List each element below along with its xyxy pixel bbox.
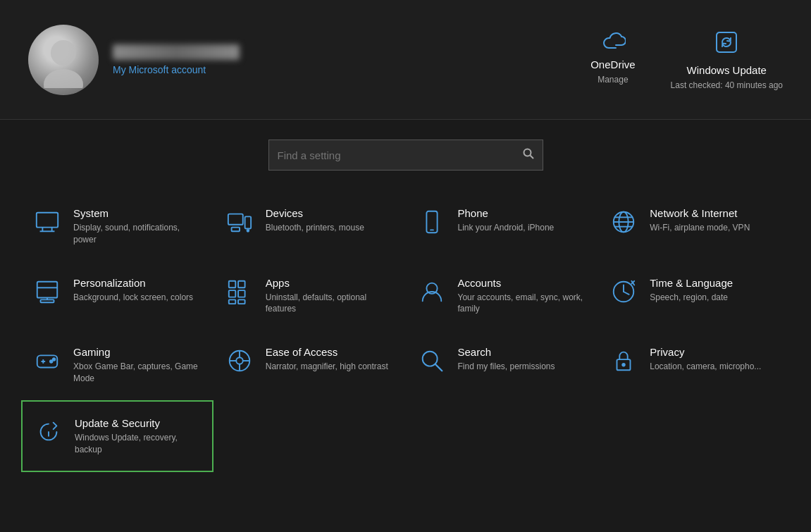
personalization-title: Personalization [73,277,193,289]
system-title: System [73,207,202,219]
system-icon [32,209,62,235]
svg-point-1 [44,69,83,88]
ease-title: Ease of Access [266,346,388,358]
phone-icon [417,209,447,235]
ease-desc: Narrator, magnifier, high contrast [266,361,388,373]
svg-line-46 [435,364,442,371]
svg-point-48 [622,364,625,366]
avatar [28,25,99,95]
windows-update-icon [714,30,739,60]
network-title: Network & Internet [650,207,750,219]
search-area [0,120,811,185]
update-icon [34,419,63,445]
personalization-text: Personalization Background, lock screen,… [73,277,193,304]
svg-rect-26 [229,290,236,297]
search-desc: Find my files, permissions [458,361,555,373]
time-icon [609,278,638,305]
svg-rect-24 [229,280,236,287]
gaming-title: Gaming [73,346,202,358]
svg-point-0 [51,40,76,66]
svg-rect-2 [717,32,736,52]
onedrive-action[interactable]: OneDrive Manage [590,30,635,85]
system-desc: Display, sound, notifications, power [73,222,202,246]
svg-rect-25 [238,280,245,287]
ease-text: Ease of Access Narrator, magnifier, high… [266,346,388,373]
devices-text: Devices Bluetooth, printers, mouse [266,207,364,234]
settings-item-accounts[interactable]: Accounts Your accounts, email, sync, wor… [406,261,598,331]
svg-rect-9 [228,214,243,225]
settings-item-system[interactable]: System Display, sound, notifications, po… [21,192,213,261]
apps-icon [225,278,254,305]
svg-line-4 [530,156,533,159]
privacy-icon [609,347,638,374]
update-text: Update & Security Windows Update, recove… [75,417,201,456]
settings-item-network[interactable]: Network & Internet Wi-Fi, airplane mode,… [598,192,790,261]
gaming-icon [32,347,62,374]
network-desc: Wi-Fi, airplane mode, VPN [650,222,750,234]
phone-desc: Link your Android, iPhone [458,222,555,234]
update-title: Update & Security [75,417,201,429]
onedrive-icon [600,30,626,54]
settings-item-personalization[interactable]: Personalization Background, lock screen,… [21,261,213,331]
search-text: Search Find my files, permissions [458,346,555,373]
network-icon [609,209,638,235]
search-icon [417,347,447,374]
search-box[interactable] [268,140,543,171]
settings-item-ease[interactable]: Ease of Access Narrator, magnifier, high… [213,330,406,400]
accounts-icon [417,278,447,305]
accounts-text: Accounts Your accounts, email, sync, wor… [458,277,587,316]
system-text: System Display, sound, notifications, po… [73,207,202,246]
devices-desc: Bluetooth, printers, mouse [266,222,364,234]
phone-title: Phone [458,207,555,219]
user-name-blurred [113,44,240,60]
user-info: My Microsoft account [113,44,240,75]
svg-rect-28 [229,299,236,304]
svg-rect-20 [37,281,58,297]
devices-icon [225,209,254,235]
svg-point-3 [524,149,531,156]
time-desc: Speech, region, date [650,292,733,304]
header: My Microsoft account OneDrive Manage [0,0,811,120]
accounts-title: Accounts [458,277,587,289]
microsoft-account-link[interactable]: My Microsoft account [113,64,240,75]
phone-text: Phone Link your Android, iPhone [458,207,555,234]
svg-rect-10 [244,216,251,228]
devices-title: Devices [266,207,364,219]
settings-item-time[interactable]: Time & Language Speech, region, date [598,261,790,331]
gaming-text: Gaming Xbox Game Bar, captures, Game Mod… [73,346,202,385]
onedrive-title: OneDrive [590,58,635,70]
settings-item-update[interactable]: Update & Security Windows Update, recove… [21,400,213,473]
search-input[interactable] [278,149,516,161]
windows-update-title: Windows Update [687,64,767,76]
svg-rect-22 [41,299,54,302]
search-icon [523,148,534,162]
header-actions: OneDrive Manage Windows Update Last chec… [590,30,783,90]
settings-item-gaming[interactable]: Gaming Xbox Game Bar, captures, Game Mod… [21,330,213,400]
svg-rect-5 [37,213,58,228]
settings-grid: System Display, sound, notifications, po… [0,185,811,472]
accounts-desc: Your accounts, email, sync, work, family [458,292,587,316]
personalization-icon [32,278,62,305]
personalization-desc: Background, lock screen, colors [73,292,193,304]
apps-text: Apps Uninstall, defaults, optional featu… [266,277,395,316]
apps-title: Apps [266,277,395,289]
search-title: Search [458,346,555,358]
settings-item-phone[interactable]: Phone Link your Android, iPhone [406,192,598,261]
settings-item-devices[interactable]: Devices Bluetooth, printers, mouse [213,192,406,261]
privacy-text: Privacy Location, camera, micropho... [650,346,761,373]
windows-update-sub: Last checked: 40 minutes ago [671,80,783,90]
svg-rect-34 [37,356,58,368]
ease-icon [225,347,254,374]
settings-item-apps[interactable]: Apps Uninstall, defaults, optional featu… [213,261,406,331]
gaming-desc: Xbox Game Bar, captures, Game Mode [73,361,202,385]
settings-item-privacy[interactable]: Privacy Location, camera, micropho... [598,330,790,400]
update-desc: Windows Update, recovery, backup [75,432,201,456]
network-text: Network & Internet Wi-Fi, airplane mode,… [650,207,750,234]
user-profile-area: My Microsoft account [28,25,240,95]
privacy-title: Privacy [650,346,761,358]
svg-rect-29 [238,299,245,304]
windows-update-action[interactable]: Windows Update Last checked: 40 minutes … [671,30,783,90]
time-title: Time & Language [650,277,733,289]
settings-item-search[interactable]: Search Find my files, permissions [406,330,598,400]
svg-point-12 [247,230,249,232]
